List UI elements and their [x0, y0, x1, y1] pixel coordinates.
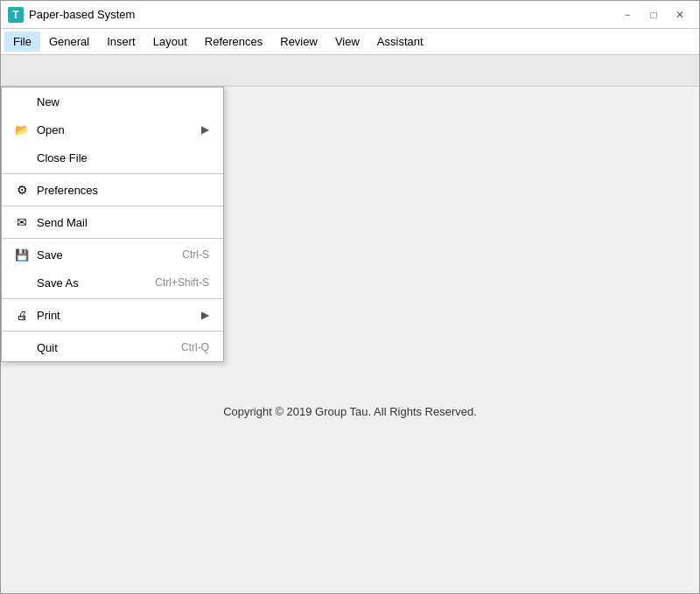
menu-review[interactable]: Review [271, 31, 326, 52]
title-bar: T Paper-based System − □ ✕ [1, 1, 699, 29]
print-arrow: ▶ [201, 309, 209, 321]
toolbar [1, 55, 699, 87]
menu-item-print[interactable]: Print ▶ [2, 301, 223, 329]
copyright-text: Copyright © 2019 Group Tau. All Rights R… [1, 405, 699, 418]
menu-item-save-as[interactable]: Save As Ctrl+Shift-S [2, 269, 223, 297]
menu-assistant[interactable]: Assistant [368, 31, 432, 52]
print-icon [12, 309, 32, 322]
menu-item-open[interactable]: Open ▶ [2, 115, 223, 143]
separator-2 [2, 206, 223, 206]
menu-layout[interactable]: Layout [144, 31, 196, 52]
menu-view[interactable]: View [326, 31, 368, 52]
menu-item-save[interactable]: Save Ctrl-S [2, 241, 223, 269]
menu-item-send-mail[interactable]: Send Mail [2, 208, 223, 236]
menu-item-new[interactable]: New [2, 87, 223, 115]
window-title: Paper-based System [29, 8, 615, 21]
save-as-shortcut: Ctrl+Shift-S [155, 276, 209, 289]
mail-icon [12, 215, 32, 229]
quit-label: Quit [37, 341, 167, 354]
menu-references[interactable]: References [196, 31, 271, 52]
open-arrow: ▶ [201, 123, 209, 136]
quit-shortcut: Ctrl-Q [181, 341, 209, 353]
separator-1 [2, 173, 223, 174]
save-shortcut: Ctrl-S [182, 248, 209, 261]
file-dropdown-menu: New Open ▶ Close File Preferences [1, 87, 224, 362]
content-area: New Open ▶ Close File Preferences [1, 87, 699, 593]
window-controls: − □ ✕ [615, 3, 692, 27]
gear-icon [12, 183, 32, 197]
menu-file[interactable]: File [4, 31, 40, 52]
open-icon [12, 123, 32, 136]
menu-general[interactable]: General [40, 31, 98, 52]
menu-item-quit[interactable]: Quit Ctrl-Q [2, 333, 223, 361]
save-icon [12, 248, 32, 262]
save-as-label: Save As [37, 276, 141, 290]
menu-bar: File General Insert Layout References Re… [1, 29, 699, 55]
separator-5 [2, 331, 223, 332]
open-label: Open [37, 123, 201, 136]
main-window: T Paper-based System − □ ✕ File General … [0, 0, 700, 594]
maximize-button[interactable]: □ [641, 3, 666, 27]
preferences-label: Preferences [37, 184, 209, 197]
menu-insert[interactable]: Insert [98, 31, 144, 52]
save-label: Save [37, 248, 168, 262]
separator-3 [2, 238, 223, 239]
print-label: Print [37, 309, 201, 322]
send-mail-label: Send Mail [37, 216, 209, 229]
minimize-button[interactable]: − [615, 3, 640, 27]
close-file-label: Close File [37, 151, 209, 164]
close-button[interactable]: ✕ [668, 3, 692, 27]
separator-4 [2, 298, 223, 299]
app-icon: T [8, 7, 24, 23]
new-label: New [37, 95, 209, 108]
menu-item-preferences[interactable]: Preferences [2, 176, 223, 204]
menu-item-close-file[interactable]: Close File [2, 143, 223, 171]
